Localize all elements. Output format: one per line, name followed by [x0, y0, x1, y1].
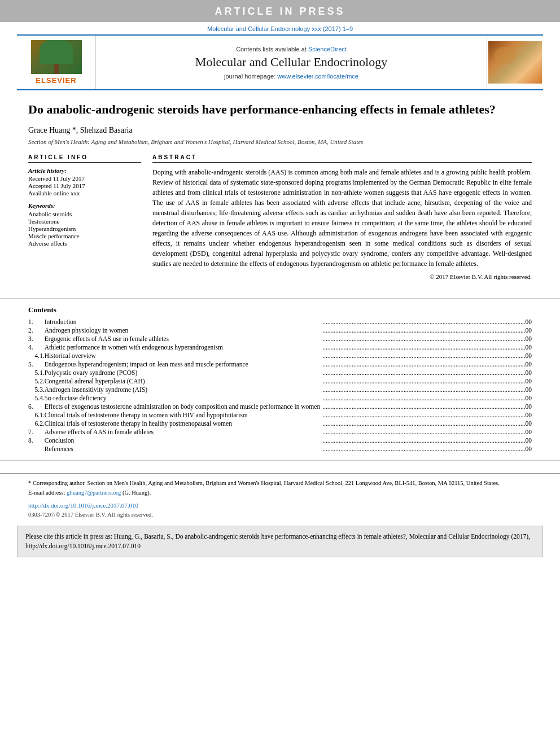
toc-num: 5. — [28, 360, 45, 369]
toc-label: Polycystic ovary syndrome (PCOS) — [45, 369, 322, 377]
elsevier-label: ELSEVIER — [36, 76, 76, 85]
divider-2 — [0, 460, 560, 461]
toc-dots: ........................................… — [322, 420, 525, 428]
main-content: Do anabolic-androgenic steroids have per… — [0, 90, 560, 291]
email-note: E-mail address: ghuang7@partners.org (G.… — [28, 489, 532, 497]
toc-num: 6. — [28, 403, 45, 411]
toc-num: 8. — [28, 436, 45, 445]
homepage-url[interactable]: www.elsevier.com/locate/mce — [277, 73, 358, 80]
toc-page: 00 — [526, 428, 532, 436]
toc-num: 5.1. — [28, 369, 45, 377]
toc-label: Historical overview — [45, 352, 322, 360]
toc-num: 4. — [28, 343, 45, 352]
affiliation: Section of Men's Health: Aging and Metab… — [28, 138, 532, 145]
toc-table: 1. Introduction ........................… — [28, 318, 532, 453]
toc-label: Conclusion — [45, 436, 322, 445]
toc-num: 7. — [28, 428, 45, 436]
article-history-label: Article history: — [28, 167, 141, 174]
toc-row: 5.3. Androgen insensitivity syndrome (AI… — [28, 386, 532, 394]
toc-dots: ........................................… — [322, 386, 525, 394]
toc-label: Ergogenic effects of AAS use in female a… — [45, 335, 322, 343]
toc-dots: ........................................… — [322, 360, 525, 369]
toc-dots: ........................................… — [322, 411, 525, 420]
email-label: E-mail address: — [28, 490, 67, 496]
toc-row: 8. Conclusion ..........................… — [28, 436, 532, 445]
toc-row: 5.1. Polycystic ovary syndrome (PCOS) ..… — [28, 369, 532, 377]
science-direct-link[interactable]: ScienceDirect — [308, 46, 347, 53]
article-info-heading: ARTICLE INFO — [28, 154, 141, 163]
toc-dots: ........................................… — [322, 326, 525, 335]
journal-thumb-image — [488, 41, 542, 84]
toc-page: 00 — [526, 318, 532, 326]
toc-num: 5.3. — [28, 386, 45, 394]
toc-dots: ........................................… — [322, 436, 525, 445]
toc-dots: ........................................… — [322, 343, 525, 352]
article-in-press-banner: ARTICLE IN PRESS — [0, 0, 560, 22]
toc-row: 5.2. Congenital adrenal hyperplasia (CAH… — [28, 377, 532, 386]
contents-title: Contents — [28, 305, 532, 314]
toc-row: 1. Introduction ........................… — [28, 318, 532, 326]
toc-row: 2. Androgen physiology in women ........… — [28, 326, 532, 335]
toc-dots: ........................................… — [322, 394, 525, 403]
toc-dots: ........................................… — [322, 318, 525, 326]
toc-row: References .............................… — [28, 445, 532, 453]
toc-label: Effects of exogenous testosterone admini… — [45, 403, 322, 411]
paper-title: Do anabolic-androgenic steroids have per… — [28, 102, 532, 118]
toc-page: 00 — [526, 343, 532, 352]
elsevier-tree-image — [31, 40, 82, 74]
toc-num: 6.2. — [28, 420, 45, 428]
journal-center-block: Contents lists available at ScienceDirec… — [96, 36, 487, 89]
copyright-line: © 2017 Elsevier B.V. All rights reserved… — [152, 273, 532, 280]
keyword-1: Anabolic steroids — [28, 211, 141, 217]
keyword-5: Adverse effects — [28, 240, 141, 247]
toc-num: 2. — [28, 326, 45, 335]
toc-page: 00 — [526, 394, 532, 403]
email-link[interactable]: ghuang7@partners.org — [67, 490, 121, 496]
toc-num: 1. — [28, 318, 45, 326]
homepage-prefix: journal homepage: — [224, 73, 277, 80]
elsevier-logo-block: ELSEVIER — [17, 36, 96, 89]
authors: Grace Huang *, Shehzad Basaria — [28, 126, 532, 135]
toc-label: 5α-reductase deficiency — [45, 394, 322, 403]
abstract-text: Doping with anabolic-androgenic steroids… — [152, 167, 532, 269]
toc-page: 00 — [526, 377, 532, 386]
toc-label: References — [45, 445, 322, 453]
toc-row: 4.1. Historical overview ...............… — [28, 352, 532, 360]
page: ARTICLE IN PRESS Molecular and Cellular … — [0, 0, 560, 747]
toc-row: 7. Adverse effects of AAS in female athl… — [28, 428, 532, 436]
toc-page: 00 — [526, 403, 532, 411]
toc-row: 3. Ergogenic effects of AAS use in femal… — [28, 335, 532, 343]
journal-header: ELSEVIER Contents lists available at Sci… — [17, 34, 543, 90]
toc-row: 6.1. Clinical trials of testosterone the… — [28, 411, 532, 420]
toc-page: 00 — [526, 436, 532, 445]
toc-page: 00 — [526, 386, 532, 394]
toc-num: 5.2. — [28, 377, 45, 386]
keywords-label: Keywords: — [28, 202, 141, 209]
abstract-column: ABSTRACT Doping with anabolic-androgenic… — [152, 154, 532, 280]
toc-dots: ........................................… — [322, 445, 525, 453]
toc-dots: ........................................… — [322, 428, 525, 436]
keyword-3: Hyperandrogenism — [28, 225, 141, 232]
contents-section: Contents 1. Introduction ...............… — [0, 305, 560, 453]
toc-num — [28, 445, 45, 453]
toc-page: 00 — [526, 352, 532, 360]
two-column-layout: ARTICLE INFO Article history: Received 1… — [28, 154, 532, 280]
keyword-2: Testosterone — [28, 218, 141, 225]
toc-page: 00 — [526, 326, 532, 335]
toc-label: Clinical trials of testosterone therapy … — [45, 420, 322, 428]
toc-label: Adverse effects of AAS in female athlete… — [45, 428, 322, 436]
toc-row: 4. Athletic performance in women with en… — [28, 343, 532, 352]
keyword-4: Muscle performance — [28, 233, 141, 239]
toc-dots: ........................................… — [322, 335, 525, 343]
keywords-section: Keywords: Anabolic steroids Testosterone… — [28, 202, 141, 247]
toc-label: Endogenous hyperandrogenism; impact on l… — [45, 360, 322, 369]
doi-link[interactable]: http://dx.doi.org/10.1016/j.mce.2017.07.… — [28, 502, 138, 509]
sd-prefix: Contents lists available at — [236, 46, 308, 53]
toc-row: 5.4. 5α-reductase deficiency ...........… — [28, 394, 532, 403]
journal-homepage-line: journal homepage: www.elsevier.com/locat… — [224, 73, 358, 80]
divider-1 — [0, 298, 560, 299]
toc-label: Athletic performance in women with endog… — [45, 343, 322, 352]
abstract-heading: ABSTRACT — [152, 154, 532, 163]
toc-label: Clinical trials of testosterone therapy … — [45, 411, 322, 420]
toc-row: 5. Endogenous hyperandrogenism; impact o… — [28, 360, 532, 369]
